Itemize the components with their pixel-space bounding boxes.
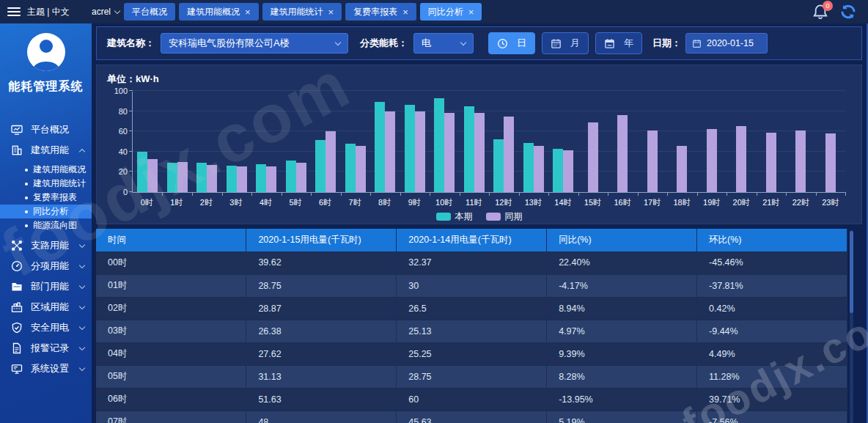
- bar-group-0时: [133, 92, 163, 192]
- legend-item-本期[interactable]: 本期: [436, 210, 473, 223]
- bar-本期-0时[interactable]: [137, 152, 147, 192]
- sidebar-item-7[interactable]: 安全用电: [0, 317, 92, 338]
- bar-group-10时: [430, 92, 460, 192]
- refresh-icon[interactable]: [840, 4, 856, 20]
- building-select[interactable]: 安科瑞电气股份有限公司A楼: [161, 33, 348, 54]
- tab-4[interactable]: 复费率报表×: [345, 3, 416, 21]
- bar-同期-17时[interactable]: [647, 130, 658, 192]
- bar-同期-12时[interactable]: [504, 117, 514, 193]
- bar-本期-2时[interactable]: [196, 163, 207, 192]
- table-row-00时[interactable]: 00时39.6232.3722.40%-45.46%: [96, 251, 847, 274]
- bar-同期-18时[interactable]: [677, 146, 687, 193]
- bar-同期-15时[interactable]: [588, 122, 598, 192]
- bar-本期-8时[interactable]: [375, 102, 385, 192]
- avatar[interactable]: [27, 33, 65, 71]
- sidebar-subitem-3[interactable]: 复费率报表: [0, 191, 92, 205]
- bar-同期-7时[interactable]: [356, 146, 366, 192]
- sidebar-subitem-2[interactable]: 建筑用能统计: [0, 177, 92, 191]
- bar-本期-9时[interactable]: [405, 105, 415, 192]
- bar-同期-9时[interactable]: [415, 111, 425, 192]
- bar-同期-21时[interactable]: [766, 133, 776, 192]
- sidebar-item-5[interactable]: 部门用能: [0, 276, 92, 297]
- table-area: 时间2020-1-15用电量(千瓦时)2020-1-14用电量(千瓦时)同比(%…: [96, 229, 862, 423]
- table-row-07时[interactable]: 07时4845.635.19%-7.56%: [96, 411, 847, 423]
- table-row-03时[interactable]: 03时26.3825.134.97%-9.44%: [96, 320, 847, 342]
- bar-同期-19时[interactable]: [707, 129, 717, 192]
- sidebar-item-3[interactable]: 支路用能: [0, 235, 92, 256]
- scrollbar-thumb[interactable]: [850, 231, 853, 313]
- notification-bell-icon[interactable]: 0: [812, 4, 828, 20]
- table-row-06时[interactable]: 06时51.6360-13.95%39.71%: [96, 388, 847, 411]
- bar-本期-13时[interactable]: [523, 143, 534, 192]
- bar-同期-8时[interactable]: [385, 111, 395, 192]
- sidebar-item-8[interactable]: 报警记录: [0, 338, 92, 358]
- x-axis-label: 14时: [548, 197, 578, 208]
- period-button-2[interactable]: 月: [542, 32, 589, 54]
- bar-本期-1时[interactable]: [167, 163, 177, 192]
- table-row-01时[interactable]: 01时28.7530-4.17%-37.81%: [96, 274, 847, 297]
- bar-本期-4时[interactable]: [256, 164, 266, 192]
- table-cell: 28.75: [397, 365, 547, 388]
- tab-2[interactable]: 建筑用能概况×: [179, 3, 259, 21]
- legend-item-同期[interactable]: 同期: [486, 210, 523, 223]
- tab-close-icon[interactable]: ×: [328, 7, 334, 17]
- bar-同期-4时[interactable]: [266, 166, 276, 192]
- sidebar-item-6[interactable]: 区域用能: [0, 297, 92, 317]
- bar-group-20时: [727, 92, 757, 192]
- bar-同期-20时[interactable]: [736, 126, 746, 192]
- sidebar-item-9[interactable]: 系统设置: [0, 358, 92, 379]
- bar-本期-3时[interactable]: [227, 166, 237, 192]
- bar-group-3时: [222, 92, 252, 192]
- bar-本期-5时[interactable]: [286, 161, 296, 192]
- bar-同期-0时[interactable]: [147, 159, 158, 192]
- table-scrollbar[interactable]: [850, 230, 853, 423]
- bar-本期-6时[interactable]: [315, 140, 326, 192]
- bar-本期-14时[interactable]: [553, 149, 563, 192]
- period-button-1[interactable]: 日: [488, 32, 535, 54]
- x-axis-label: 11时: [459, 197, 489, 208]
- y-axis-label: 80: [119, 107, 128, 116]
- bar-同期-10时[interactable]: [444, 113, 455, 192]
- bar-本期-11时[interactable]: [464, 106, 474, 192]
- theme-language-switcher[interactable]: 主题 | 中文: [27, 6, 70, 18]
- chevron-down-icon: [460, 39, 466, 45]
- table-row-02时[interactable]: 02时28.8726.58.94%0.42%: [96, 297, 847, 320]
- bar-本期-12时[interactable]: [493, 139, 504, 192]
- filter-bar: 建筑名称： 安科瑞电气股份有限公司A楼 分类能耗： 电 日月年 日期： 2020…: [96, 26, 862, 60]
- date-input[interactable]: 2020-01-15: [685, 33, 768, 54]
- user-menu[interactable]: acrel: [92, 7, 119, 17]
- tab-label: 建筑用能统计: [271, 6, 323, 18]
- sidebar-item-4[interactable]: 分项用能: [0, 256, 92, 276]
- sidebar-subitem-5[interactable]: 能源流向图: [0, 218, 92, 232]
- bar-同期-13时[interactable]: [534, 146, 544, 193]
- bar-同期-16时[interactable]: [617, 115, 628, 192]
- period-button-3[interactable]: 年: [595, 32, 642, 54]
- bar-同期-14时[interactable]: [563, 150, 573, 192]
- sidebar-subitem-label: 复费率报表: [33, 191, 77, 204]
- tab-3[interactable]: 建筑用能统计×: [262, 3, 342, 21]
- tab-1[interactable]: 平台概况: [124, 3, 175, 21]
- bar-同期-23时[interactable]: [825, 133, 836, 192]
- bar-同期-2时[interactable]: [207, 165, 217, 192]
- energy-type-select[interactable]: 电: [413, 33, 474, 54]
- tab-close-icon[interactable]: ×: [468, 7, 474, 17]
- table-row-04时[interactable]: 04时27.6225.259.39%4.49%: [96, 342, 847, 365]
- tab-5[interactable]: 同比分析×: [420, 3, 482, 21]
- bar-本期-10时[interactable]: [434, 98, 444, 192]
- tab-close-icon[interactable]: ×: [402, 7, 408, 17]
- bar-同期-11时[interactable]: [474, 113, 485, 192]
- sidebar-subitem-1[interactable]: 建筑用能概况: [0, 163, 92, 177]
- bar-本期-7时[interactable]: [345, 144, 356, 192]
- bar-同期-3时[interactable]: [237, 166, 247, 192]
- bar-同期-5时[interactable]: [296, 163, 306, 192]
- tab-close-icon[interactable]: ×: [245, 7, 251, 17]
- bar-同期-1时[interactable]: [177, 162, 188, 192]
- sidebar-item-2[interactable]: 建筑用能: [0, 140, 92, 161]
- sidebar-subitem-4[interactable]: 同比分析: [0, 205, 92, 218]
- bar-同期-6时[interactable]: [326, 131, 336, 192]
- sidebar-item-1[interactable]: 平台概况: [0, 119, 92, 140]
- bar-group-23时: [816, 92, 846, 192]
- bar-同期-22时[interactable]: [795, 130, 806, 192]
- table-row-05时[interactable]: 05时31.1328.758.28%11.28%: [96, 365, 847, 388]
- hamburger-menu-icon[interactable]: [7, 7, 21, 16]
